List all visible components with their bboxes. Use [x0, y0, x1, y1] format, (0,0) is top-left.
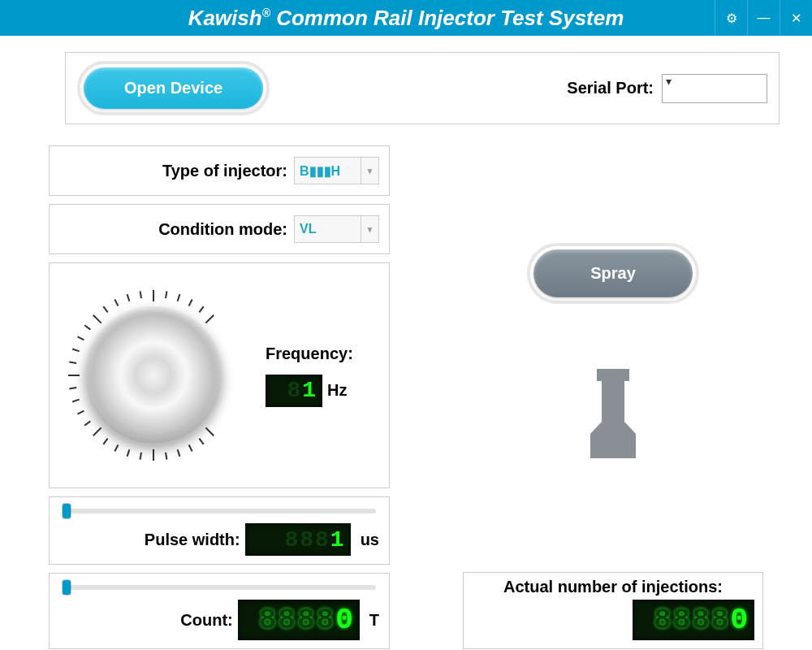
- settings-button[interactable]: ⚙: [715, 0, 747, 36]
- count-slider[interactable]: [63, 585, 376, 590]
- injector-type-select[interactable]: B▮▮▮H ▼: [294, 157, 379, 184]
- pulse-width-panel: Pulse width: 8881 us: [49, 496, 390, 565]
- pulse-width-label: Pulse width:: [145, 531, 240, 549]
- chevron-down-icon: ▼: [361, 216, 378, 242]
- title-bar: Kawish® Common Rail Injector Test System…: [0, 0, 812, 36]
- pulse-width-display: 8881: [245, 523, 351, 556]
- frequency-unit: Hz: [327, 381, 347, 400]
- frequency-knob[interactable]: [56, 278, 251, 473]
- top-row: Open Device Serial Port: ▾: [65, 52, 780, 124]
- spray-label: Spray: [533, 249, 693, 297]
- actual-injections-label: Actual number of injections:: [472, 578, 754, 596]
- open-device-label: Open Device: [84, 67, 263, 109]
- actual-injections-display: 88880: [633, 600, 754, 640]
- count-unit: T: [369, 611, 379, 630]
- app-title: Kawish® Common Rail Injector Test System: [188, 6, 624, 31]
- chevron-down-icon: ▼: [361, 158, 378, 184]
- condition-mode-panel: Condition mode: VL ▼: [49, 204, 390, 254]
- condition-mode-label: Condition mode:: [158, 220, 287, 239]
- injector-type-label: Type of injector:: [162, 162, 287, 180]
- actual-injections-panel: Actual number of injections: 88880: [463, 572, 763, 649]
- spray-button[interactable]: Spray: [527, 243, 699, 304]
- count-label: Count:: [180, 611, 232, 630]
- open-device-button[interactable]: Open Device: [77, 61, 270, 115]
- condition-mode-select[interactable]: VL ▼: [294, 215, 379, 243]
- count-display: 88880: [238, 600, 360, 640]
- close-button[interactable]: ✕: [780, 0, 812, 36]
- injector-type-value: B▮▮▮H: [300, 163, 340, 179]
- frequency-panel: Frequency: 81 Hz: [49, 262, 390, 488]
- injector-type-panel: Type of injector: B▮▮▮H ▼: [49, 145, 390, 196]
- injector-icon: [463, 369, 763, 474]
- pulse-width-slider[interactable]: [63, 509, 376, 514]
- pulse-width-unit: us: [361, 531, 379, 549]
- minimize-button[interactable]: —: [747, 0, 780, 36]
- frequency-display: 81: [266, 375, 322, 407]
- serial-port-label: Serial Port:: [567, 79, 654, 98]
- frequency-label: Frequency:: [266, 344, 353, 363]
- count-panel: Count: 88880 T: [49, 573, 390, 649]
- condition-mode-value: VL: [300, 222, 316, 236]
- window-controls: ⚙ — ✕: [715, 0, 812, 36]
- serial-port-select[interactable]: ▾: [662, 74, 767, 103]
